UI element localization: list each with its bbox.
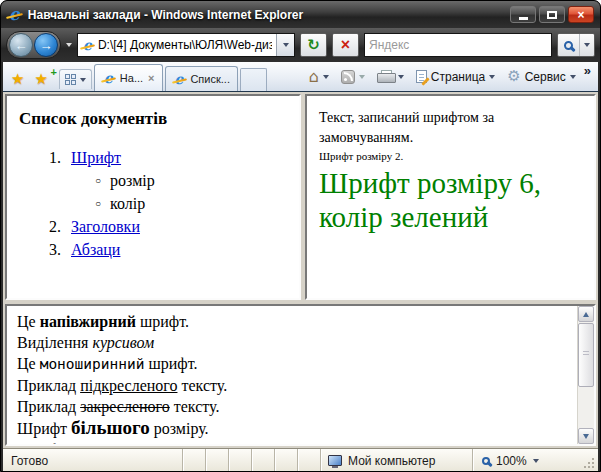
search-button[interactable] [558, 34, 579, 56]
command-bar: ⌂ Страница ⚙ Сервис » [303, 62, 595, 91]
back-button[interactable]: ← [9, 33, 33, 57]
text-segment: Шрифт меншого розміру. [17, 441, 190, 444]
window-title: Навчальні заклади - Windows Internet Exp… [28, 8, 504, 22]
list-item: 3. Абзаци [39, 238, 291, 261]
zoom-control[interactable]: 100% [472, 449, 578, 472]
tab-close-icon[interactable]: × [148, 73, 154, 84]
tools-menu-label: Сервис [525, 70, 566, 84]
history-dropdown-arrow-icon[interactable] [66, 43, 72, 47]
text-line: Шрифт більшого розміру. [17, 417, 577, 439]
tab-favicon-icon: e [173, 72, 186, 86]
list-number: 2. [39, 215, 61, 238]
chevron-down-icon [570, 75, 576, 79]
close-button[interactable]: × [568, 6, 594, 23]
scrollbar-thumb[interactable] [578, 323, 594, 387]
favorites-center-button[interactable]: ★ [6, 71, 29, 91]
page-menu-button[interactable]: Страница [410, 62, 501, 91]
chevron-down-icon [398, 75, 404, 79]
address-dropdown-button[interactable] [276, 34, 294, 56]
new-tab-button[interactable] [240, 68, 267, 91]
resize-grip[interactable] [578, 449, 598, 472]
forward-button[interactable]: → [34, 33, 58, 57]
tab-spysok-dokumentiv[interactable]: e Списк... [165, 66, 238, 91]
search-options-button[interactable] [579, 34, 594, 56]
text-line: Приклад підкресленого тексту. [17, 375, 577, 396]
chevron-down-icon [80, 78, 86, 82]
feeds-button[interactable] [335, 62, 371, 91]
my-computer-icon [328, 455, 342, 466]
scroll-up-button[interactable] [578, 306, 594, 322]
text-segment: Це [17, 313, 40, 330]
link-abzatsy[interactable]: Абзаци [71, 238, 120, 261]
status-separator [182, 449, 205, 472]
rss-feed-icon [341, 70, 355, 84]
maximize-icon [547, 11, 557, 19]
scrollbar-track[interactable] [578, 388, 594, 428]
title-bar[interactable]: e Навчальні заклади - Windows Internet E… [1, 1, 600, 28]
vertical-scrollbar[interactable] [577, 306, 594, 444]
list-number: 1. [39, 146, 61, 169]
status-separator [251, 449, 274, 472]
add-favorite-button[interactable]: ★+ [29, 71, 52, 91]
stop-button[interactable]: × [332, 33, 359, 57]
chevron-down-icon [584, 43, 590, 47]
list-number: 3. [39, 238, 61, 261]
tab-navchalni-zaklady[interactable]: e На... × [94, 64, 163, 91]
page-title: Список документів [19, 109, 291, 129]
circle-bullet-icon: ○ [95, 192, 101, 215]
status-separator [228, 449, 251, 472]
size2-font-text: Шрифт розміру 2. [319, 148, 586, 164]
add-favorite-star-icon: ★ [34, 70, 47, 87]
chevron-down-icon [489, 75, 495, 79]
toolbar-overflow-button[interactable]: » [582, 62, 595, 78]
address-url[interactable]: D:\[4] Документы\ЮЛЯ\Web-диз [98, 38, 272, 52]
tab-label: На... [120, 72, 143, 84]
sub-item-label: розмір [110, 169, 155, 192]
bold-text-segment: напівжирний [40, 313, 136, 330]
text-segment: шрифт. [144, 355, 197, 372]
page-content-frameset: Список документів 1. Шрифт ○ розмір ○ ко [3, 92, 598, 448]
status-separator [274, 449, 297, 472]
search-input[interactable] [369, 38, 547, 52]
chevron-down-icon [583, 434, 589, 439]
browser-window: e Навчальні заклади - Windows Internet E… [0, 0, 601, 472]
status-separator [205, 449, 228, 472]
tools-menu-button[interactable]: ⚙ Сервис [501, 62, 582, 91]
frame-text-styles: Це напівжирний шрифт. Виділення курсивом… [5, 304, 596, 446]
document-list: 1. Шрифт ○ розмір ○ колір 2. [39, 146, 291, 261]
status-bar: Готово Мой компьютер 100% [3, 448, 598, 472]
chevron-down-icon [533, 459, 539, 463]
quick-tabs-button[interactable] [59, 69, 92, 89]
plus-icon: + [50, 67, 56, 78]
home-icon: ⌂ [309, 69, 319, 85]
big-text-segment: більшого [71, 417, 150, 438]
size6-green-font-text: Шрифт розміру 6, колір зелений [319, 166, 586, 234]
search-box [364, 33, 552, 57]
circle-bullet-icon: ○ [95, 169, 101, 192]
chevron-down-icon [323, 75, 329, 79]
print-button[interactable] [371, 62, 410, 91]
gear-icon: ⚙ [507, 69, 520, 84]
chevron-down-icon [359, 75, 365, 79]
stop-icon: × [341, 36, 350, 54]
sub-list-item: ○ колір [95, 192, 291, 215]
refresh-button[interactable]: ↻ [300, 33, 327, 57]
frame-font-sample: Текст, записаний шрифтом за замовчування… [305, 94, 596, 300]
search-button-group [557, 33, 595, 57]
text-segment: Приклад [17, 377, 80, 394]
monospace-text-segment: моноширинний [40, 356, 145, 372]
text-line: Виділення курсивом [17, 332, 577, 353]
home-button[interactable]: ⌂ [303, 62, 335, 91]
minimize-button[interactable] [510, 6, 536, 23]
link-zaholovky[interactable]: Заголовки [71, 215, 140, 238]
address-bar[interactable]: e D:\[4] Документы\ЮЛЯ\Web-диз [77, 33, 295, 57]
chevron-down-icon [283, 43, 289, 47]
security-zone: Мой компьютер [320, 449, 472, 472]
text-segment: Виділення [17, 334, 92, 351]
scroll-down-button[interactable] [578, 428, 594, 444]
zoom-magnifier-icon [482, 457, 490, 465]
status-separator [297, 449, 320, 472]
maximize-button[interactable] [539, 6, 565, 23]
link-shryft[interactable]: Шрифт [71, 146, 121, 169]
text-segment: Це [17, 355, 40, 372]
